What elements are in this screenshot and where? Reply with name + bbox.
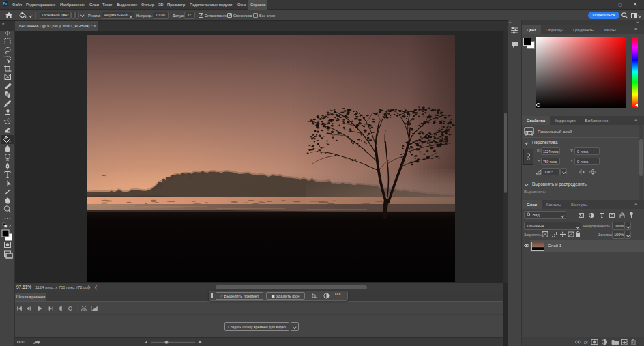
svg-text:fx: fx: [584, 340, 588, 345]
